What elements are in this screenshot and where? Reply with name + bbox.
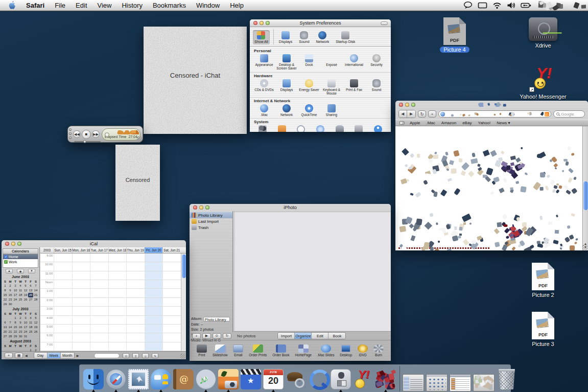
- menu-edit[interactable]: Edit: [70, 2, 92, 9]
- ical-titlebar[interactable]: iCal: [2, 240, 186, 247]
- desktop-icon-yahoo-messenger[interactable]: Y!↗Yahoo! Messenger: [515, 64, 571, 100]
- dock-address-book[interactable]: [172, 367, 195, 391]
- previous-month-button[interactable]: ▲: [6, 269, 13, 273]
- tool-email[interactable]: Email: [233, 344, 243, 357]
- pref-item-classic[interactable]: Classic: [272, 125, 292, 132]
- view-day[interactable]: Day: [34, 353, 48, 358]
- calendar-cell[interactable]: [72, 342, 90, 351]
- fast-forward-button[interactable]: ▶▶: [92, 130, 100, 138]
- edit-event-button[interactable]: ✎: [152, 353, 158, 358]
- airport-icon[interactable]: [492, 2, 502, 9]
- scrollbar-thumb[interactable]: [182, 255, 186, 278]
- calendar-cell[interactable]: [126, 316, 145, 324]
- reload-button[interactable]: ↻: [418, 110, 426, 118]
- back-button[interactable]: ◀: [399, 110, 407, 118]
- mini-day-cell[interactable]: 14: [8, 325, 13, 330]
- mini-day-cell[interactable]: 27: [3, 334, 8, 339]
- mini-day-cell[interactable]: 23: [8, 297, 13, 302]
- calendar-cell[interactable]: [90, 298, 108, 306]
- calendar-work[interactable]: ✓Work: [3, 259, 38, 264]
- search-field[interactable]: [94, 353, 120, 358]
- calendar-cell[interactable]: [90, 333, 108, 341]
- mini-day-cell[interactable]: 5: [33, 316, 38, 320]
- calendar-cell[interactable]: [108, 307, 127, 315]
- vertical-scrollbar[interactable]: [181, 253, 186, 351]
- menu-file[interactable]: File: [50, 2, 70, 9]
- close-button[interactable]: [399, 103, 403, 107]
- safari-titlebar[interactable]: [395, 101, 588, 108]
- minimize-button[interactable]: [260, 21, 264, 25]
- mini-day-cell[interactable]: [33, 334, 38, 339]
- forward-button[interactable]: ▶: [407, 110, 415, 118]
- mini-day-cell[interactable]: 11: [28, 320, 33, 325]
- show-todo-list-button[interactable]: ≡: [132, 353, 139, 358]
- calendar-cell[interactable]: [162, 342, 181, 351]
- censored-page-content[interactable]: [395, 126, 582, 250]
- mini-day-cell[interactable]: 9: [18, 320, 23, 325]
- mini-day-cell[interactable]: 25: [18, 297, 23, 302]
- pref-tool-startup-disk[interactable]: Startup Disk: [334, 30, 357, 44]
- calendar-cell[interactable]: [162, 253, 181, 262]
- bookmark-apple[interactable]: Apple: [410, 121, 420, 125]
- address-field[interactable]: [438, 110, 551, 118]
- pref-item-displays[interactable]: Displays: [275, 79, 298, 91]
- mini-day-cell[interactable]: [23, 302, 28, 307]
- mini-day-cell[interactable]: 4: [18, 284, 23, 288]
- calendar-cell[interactable]: [90, 342, 108, 351]
- mini-day-cell[interactable]: 16: [18, 325, 23, 330]
- calendar-cell[interactable]: [126, 307, 145, 315]
- calendar-cell[interactable]: [108, 342, 127, 351]
- mini-day-cell[interactable]: 15: [3, 293, 8, 297]
- pref-item-software-update[interactable]: Software Update: [311, 125, 330, 132]
- album-name-field[interactable]: Photo Library: [203, 317, 230, 321]
- calendar-cell[interactable]: [54, 342, 72, 351]
- show-info-button[interactable]: ⊙: [213, 333, 221, 339]
- pref-item-speech[interactable]: Speech: [330, 125, 349, 132]
- menu-window[interactable]: Window: [191, 2, 225, 9]
- pref-item-security[interactable]: Security: [365, 54, 388, 66]
- calendar-cell[interactable]: [162, 325, 181, 333]
- calendar-cell[interactable]: [108, 316, 127, 324]
- calendar-cell[interactable]: [54, 333, 72, 341]
- calendar-cell[interactable]: [145, 262, 163, 270]
- zoom-button[interactable]: [205, 205, 209, 210]
- pref-item-cds-dvds[interactable]: CDs & DVDs: [253, 79, 275, 91]
- minimize-button[interactable]: [69, 132, 72, 135]
- calendar-cell[interactable]: [145, 253, 163, 262]
- zoom-button[interactable]: [69, 136, 72, 139]
- volume-slider[interactable]: [74, 141, 101, 142]
- calendar-checkbox[interactable]: ✓: [4, 255, 8, 259]
- mini-day-cell[interactable]: 6: [28, 284, 33, 288]
- dock-iphoto[interactable]: [217, 367, 240, 391]
- calendar-checkbox[interactable]: ✓: [4, 260, 8, 264]
- mini-day-cell[interactable]: 23: [18, 330, 23, 334]
- mini-day-cell[interactable]: 29: [13, 334, 18, 339]
- next-month-button[interactable]: ▼: [28, 269, 35, 273]
- calendar-cell[interactable]: [90, 253, 108, 262]
- window-controls[interactable]: [253, 21, 270, 25]
- calendar-cell[interactable]: [54, 289, 72, 297]
- dock-sherlock[interactable]: [285, 367, 307, 391]
- mini-day-cell[interactable]: 12: [23, 288, 28, 293]
- next-view-arrow[interactable]: ▶: [77, 354, 79, 357]
- calendar-cell[interactable]: [162, 298, 181, 306]
- mini-day-cell[interactable]: 10: [23, 320, 28, 325]
- calendar-cell[interactable]: [54, 262, 72, 270]
- ichat-censored-window[interactable]: Censored - iChat: [144, 27, 247, 134]
- mini-day-cell[interactable]: 26: [33, 330, 38, 334]
- day-header-tue-jun-17[interactable]: Tue, Jun 17: [90, 247, 108, 253]
- calendar-cell[interactable]: [162, 280, 181, 288]
- calendar-cell[interactable]: [162, 316, 181, 324]
- calendar-cell[interactable]: [145, 289, 163, 297]
- zoom-button[interactable]: [266, 21, 270, 25]
- menu-history[interactable]: History: [116, 2, 147, 9]
- mini-day-cell[interactable]: 14: [33, 288, 38, 293]
- today-button[interactable]: ◆: [17, 269, 24, 273]
- dock-minimized-finder-icons-window[interactable]: [426, 374, 448, 391]
- mini-day-cell[interactable]: 22: [13, 330, 18, 334]
- window-controls[interactable]: [193, 205, 209, 210]
- mini-day-cell[interactable]: 7: [33, 284, 38, 288]
- calendar-cell[interactable]: [72, 289, 90, 297]
- rss-icon[interactable]: [545, 112, 549, 117]
- menu-safari[interactable]: Safari: [21, 2, 50, 9]
